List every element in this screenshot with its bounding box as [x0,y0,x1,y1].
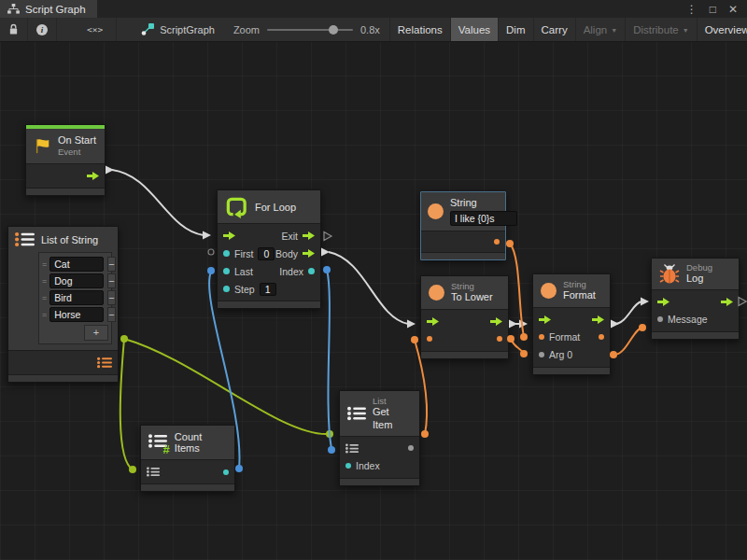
dim-button[interactable]: Dim [498,18,532,41]
zoom-slider[interactable] [267,29,353,31]
inspect-button[interactable]: i [28,18,57,41]
list-item-row: = − [42,257,108,272]
relations-button[interactable]: Relations [389,18,450,41]
node-type: String [451,281,493,291]
number-port-icon [308,268,315,274]
list-item-input[interactable] [49,290,104,305]
lock-icon [8,23,19,35]
loop-icon [225,195,248,218]
node-subtitle: Event [58,147,96,157]
tab-script-graph[interactable]: Script Graph [0,0,97,18]
first-value-input[interactable] [258,247,275,260]
list-input-port[interactable] [345,443,359,454]
message-input-port[interactable]: Message [657,314,708,325]
index-input-port[interactable]: Index [345,460,380,471]
node-on-start[interactable]: On Start Event [25,124,106,196]
remove-item-button[interactable]: − [107,307,115,322]
node-footer [421,252,505,259]
string-type-icon [429,285,444,301]
trigger-input-port[interactable] [539,315,551,324]
node-footer [218,301,320,308]
zoom-slider-handle[interactable] [329,25,338,35]
string-input-port[interactable] [427,336,432,342]
list-icon [97,357,112,369]
drag-handle-icon[interactable]: = [42,276,46,286]
count-output-port[interactable] [223,469,229,475]
string-port-icon [599,334,604,340]
list-item-input[interactable] [49,257,104,272]
flow-arrow-icon [303,231,315,240]
title-bar: Script Graph ⋮ □ ✕ [0,0,747,18]
arg0-input-port[interactable]: Arg 0 [539,349,572,360]
step-input-port[interactable]: Step [223,283,276,296]
carry-button[interactable]: Carry [533,18,575,41]
node-count-items[interactable]: # Count Items [140,425,235,492]
chevron-down-icon: ▼ [611,27,617,34]
node-footer [8,374,118,382]
graph-indicator[interactable]: ScriptGraph [132,18,224,41]
trigger-input-port[interactable] [223,231,235,240]
trigger-input-port[interactable] [657,298,669,306]
list-input-port[interactable] [147,467,160,477]
align-button[interactable]: Align ▼ [575,18,626,41]
string-type-icon [541,283,557,299]
list-editor: = − = − = − = − + [38,252,112,344]
list-output-port[interactable] [97,357,112,369]
node-get-item[interactable]: List Get Item Index [339,390,420,486]
trigger-output-port[interactable] [592,315,604,324]
overview-button[interactable]: Overview [697,18,747,41]
node-list-of-string[interactable]: List of String = − = − = − = − [7,226,119,383]
remove-item-button[interactable]: − [107,273,115,288]
node-to-lower[interactable]: String To Lower [420,275,509,359]
string-output-port[interactable] [497,336,502,342]
node-debug-log[interactable]: Debug Log Message [651,258,740,340]
trigger-output-port[interactable] [490,317,502,326]
add-item-button[interactable]: + [84,325,108,341]
string-port-icon [494,239,500,245]
drag-handle-icon[interactable]: = [42,310,46,319]
trigger-output-port[interactable] [87,172,99,180]
number-port-icon [223,268,230,274]
string-output-port[interactable] [599,334,604,340]
trigger-input-port[interactable] [427,317,439,326]
string-port-icon [539,334,544,340]
zoom-label: Zoom [233,24,260,35]
code-view-button[interactable]: <×> [74,18,117,41]
flow-arrow-icon [657,298,669,306]
lock-button[interactable] [0,18,28,41]
window-menu-icon[interactable]: ⋮ [686,3,698,16]
format-input-port[interactable]: Format [539,331,580,343]
node-title: String [450,197,517,209]
exit-output-port[interactable]: Exit [281,231,315,242]
flow-arrow-icon [223,231,235,240]
info-icon: i [36,24,48,35]
list-item-input[interactable] [49,307,104,322]
remove-item-button[interactable]: − [107,290,115,305]
drag-handle-icon[interactable]: = [42,259,46,269]
node-footer [340,478,419,485]
index-output-port[interactable]: Index [279,266,315,277]
number-port-icon [223,469,229,475]
node-for-loop[interactable]: For Loop Exit First Body [217,189,321,309]
drag-handle-icon[interactable]: = [42,293,46,302]
values-button[interactable]: Values [450,18,498,41]
first-input-port[interactable]: First [223,247,275,260]
item-output-port[interactable] [408,445,414,451]
node-title: Log [686,273,712,285]
list-item-row: = − [42,307,108,322]
string-output-port[interactable] [494,239,500,245]
trigger-output-port[interactable] [721,298,733,306]
node-footer [421,351,508,358]
step-value-input[interactable] [260,283,276,296]
last-input-port[interactable]: Last [223,266,253,277]
node-format[interactable]: String Format Format Arg 0 [532,273,611,375]
list-item-input[interactable] [49,273,104,288]
flow-arrow-icon [490,317,502,326]
node-string-literal[interactable]: String [420,191,506,260]
distribute-button[interactable]: Distribute ▼ [625,18,697,41]
body-output-port[interactable]: Body [275,248,315,259]
close-icon[interactable]: ✕ [728,3,738,16]
remove-item-button[interactable]: − [107,257,115,272]
string-value-input[interactable] [450,211,517,226]
maximize-icon[interactable]: □ [710,3,716,16]
